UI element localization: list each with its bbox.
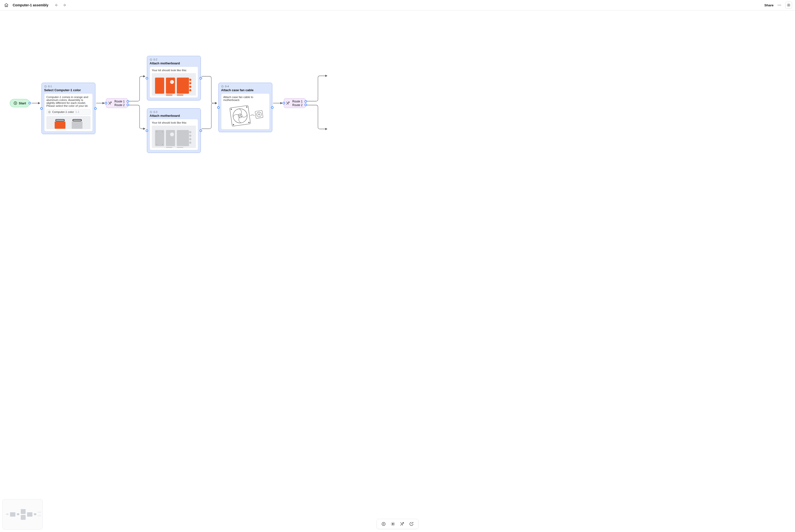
svg-rect-31 <box>177 130 189 146</box>
node-body: Attach case fan cable to motherboard. <box>221 93 270 130</box>
svg-point-30 <box>170 132 174 136</box>
svg-point-33 <box>189 135 191 137</box>
ellipsis-icon <box>777 3 781 7</box>
sun-icon <box>787 3 791 7</box>
svg-point-17 <box>189 79 191 81</box>
top-bar-left: Computer-1 assembly <box>3 2 68 8</box>
svg-point-1 <box>779 5 780 5</box>
page-title: Computer-1 assembly <box>13 3 48 7</box>
split-icon <box>108 101 112 105</box>
top-bar-right: Share <box>764 2 792 8</box>
node-meta: 0-3 <box>149 111 198 113</box>
node-meta: 0-4 <box>221 85 270 88</box>
node-thumbnail <box>152 126 196 148</box>
svg-rect-21 <box>166 95 173 96</box>
port-out[interactable] <box>271 106 273 109</box>
node-id: 0-4 <box>225 85 229 88</box>
flow-edges <box>0 11 795 532</box>
node-body: Computer-1 comes in orange and aluminum … <box>44 93 93 131</box>
svg-rect-37 <box>177 147 183 148</box>
port-in[interactable] <box>146 77 148 79</box>
add-start-tool[interactable] <box>381 521 386 526</box>
step-icon <box>149 111 152 113</box>
minimap-node <box>6 513 8 515</box>
minimap-node <box>37 515 41 516</box>
node-body-text: Your kit should look like this: <box>152 69 187 72</box>
step-dashed-icon <box>391 522 395 526</box>
port-in[interactable] <box>283 102 285 104</box>
home-button[interactable] <box>3 2 10 8</box>
svg-point-25 <box>157 131 157 132</box>
case-orange-icon <box>53 118 67 129</box>
node-id: 0-3 <box>153 111 157 113</box>
port-out-2[interactable] <box>127 103 129 106</box>
parts-orange-icon <box>154 76 194 96</box>
svg-rect-16 <box>177 78 189 94</box>
minimap-node <box>17 513 19 515</box>
svg-point-27 <box>157 144 157 145</box>
node-attach-motherboard-orange[interactable]: 0-2 Attach motherboard Your kit should l… <box>147 56 201 100</box>
start-node[interactable]: Start <box>10 99 30 107</box>
minimap-node <box>21 509 25 514</box>
back-button[interactable] <box>53 2 60 8</box>
svg-point-0 <box>778 5 778 5</box>
port-out[interactable] <box>29 102 31 104</box>
node-title: Attach motherboard <box>149 114 198 117</box>
router-node-2[interactable]: Route 1 Route 2 <box>284 98 306 108</box>
port-out-2[interactable] <box>305 103 307 106</box>
svg-point-7 <box>49 112 50 112</box>
router-node-1[interactable]: Route 1 Route 2 <box>106 98 128 108</box>
svg-point-51 <box>392 524 394 525</box>
step-icon <box>44 85 47 88</box>
svg-point-19 <box>189 86 191 88</box>
node-attach-fan-cable[interactable]: 0-4 Attach case fan cable Attach case fa… <box>218 83 272 132</box>
port-out[interactable] <box>200 130 202 132</box>
svg-rect-46 <box>255 111 263 118</box>
port-out[interactable] <box>200 77 202 79</box>
svg-rect-8 <box>55 121 66 129</box>
canvas[interactable]: Start 0-1 Select Computer-1 color Comput… <box>0 11 795 532</box>
node-body-text: Your kit should look like this: <box>152 121 187 124</box>
svg-rect-24 <box>155 130 164 146</box>
svg-point-34 <box>189 138 191 140</box>
svg-rect-14 <box>166 78 175 94</box>
svg-point-35 <box>189 142 191 144</box>
port-in[interactable] <box>146 130 148 132</box>
node-attach-motherboard-aluminum[interactable]: 0-3 Attach motherboard Your kit should l… <box>147 108 201 153</box>
svg-rect-36 <box>166 147 173 148</box>
minimap-node <box>34 513 36 515</box>
tag-label: Computer-1 color <box>52 111 74 113</box>
add-router-tool[interactable] <box>400 521 404 526</box>
theme-toggle[interactable] <box>785 2 792 8</box>
minimap-node <box>37 512 41 513</box>
variant-selector[interactable]: Computer-1 color 1-1 <box>47 109 91 115</box>
svg-point-3 <box>788 4 789 6</box>
minimap-node <box>21 515 25 520</box>
minimap[interactable] <box>2 499 43 530</box>
add-step-tool[interactable] <box>391 521 395 526</box>
port-in[interactable] <box>40 107 43 110</box>
node-body-text: Computer-1 comes in orange and aluminum … <box>47 96 88 107</box>
port-out-1[interactable] <box>305 100 307 103</box>
route-2-label: Route 2 <box>114 103 125 107</box>
svg-rect-29 <box>166 130 175 146</box>
port-out-1[interactable] <box>127 100 129 103</box>
more-button[interactable] <box>776 2 783 8</box>
svg-point-2 <box>780 5 781 5</box>
case-aluminum-icon <box>70 118 85 129</box>
tag-code: 1-1 <box>75 111 79 113</box>
port-in[interactable] <box>217 106 220 109</box>
share-button[interactable]: Share <box>764 3 774 7</box>
route-1-label: Route 1 <box>292 100 303 103</box>
port-out[interactable] <box>94 107 97 110</box>
node-select-color[interactable]: 0-1 Select Computer-1 color Computer-1 c… <box>41 83 95 134</box>
parts-aluminum-icon <box>154 128 194 148</box>
add-timer-tool[interactable] <box>409 521 414 526</box>
minimap-node <box>27 512 33 517</box>
forward-button[interactable] <box>61 2 68 8</box>
port-in[interactable] <box>105 102 107 104</box>
svg-rect-22 <box>177 95 183 96</box>
home-icon <box>4 3 8 7</box>
node-meta: 0-1 <box>44 85 93 88</box>
node-id: 0-2 <box>153 58 157 61</box>
